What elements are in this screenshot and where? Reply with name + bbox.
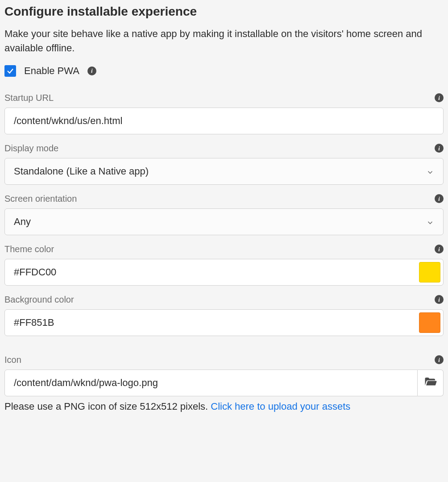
- enable-pwa-label: Enable PWA: [24, 65, 79, 77]
- info-icon[interactable]: i: [435, 245, 444, 253]
- display-mode-value: Standalone (Like a Native app): [14, 166, 149, 177]
- display-mode-select[interactable]: Standalone (Like a Native app): [4, 158, 444, 185]
- page-title: Configure installable experience: [4, 4, 444, 19]
- browse-folder-button[interactable]: [418, 370, 444, 396]
- chevron-down-icon: [426, 167, 434, 175]
- theme-color-swatch[interactable]: [419, 262, 440, 283]
- page-description: Make your site behave like a native app …: [4, 27, 444, 55]
- info-icon[interactable]: i: [435, 93, 444, 102]
- startup-url-label: Startup URL: [4, 93, 54, 103]
- startup-url-value: /content/wknd/us/en.html: [14, 115, 122, 127]
- background-color-input[interactable]: #FF851B: [4, 309, 444, 336]
- info-icon[interactable]: i: [435, 194, 444, 203]
- folder-open-icon: [424, 375, 437, 391]
- screen-orientation-value: Any: [14, 216, 31, 228]
- icon-hint: Please use a PNG icon of size 512x512 pi…: [4, 401, 444, 412]
- icon-label: Icon: [4, 355, 21, 365]
- display-mode-label: Display mode: [4, 143, 58, 154]
- info-icon[interactable]: i: [435, 295, 444, 304]
- background-color-value: #FF851B: [14, 317, 54, 328]
- icon-path-value: /content/dam/wknd/pwa-logo.png: [14, 377, 158, 389]
- chevron-down-icon: [426, 218, 434, 226]
- theme-color-label: Theme color: [4, 244, 54, 254]
- info-icon[interactable]: i: [87, 66, 96, 75]
- background-color-swatch[interactable]: [419, 312, 440, 333]
- screen-orientation-select[interactable]: Any: [4, 208, 444, 235]
- icon-hint-text: Please use a PNG icon of size 512x512 pi…: [4, 401, 211, 412]
- icon-path-input[interactable]: /content/dam/wknd/pwa-logo.png: [4, 370, 418, 396]
- enable-pwa-checkbox[interactable]: [4, 65, 16, 77]
- screen-orientation-label: Screen orientation: [4, 194, 77, 204]
- theme-color-value: #FFDC00: [14, 266, 56, 278]
- upload-assets-link[interactable]: Click here to upload your assets: [211, 401, 350, 412]
- theme-color-input[interactable]: #FFDC00: [4, 259, 444, 286]
- startup-url-input[interactable]: /content/wknd/us/en.html: [4, 108, 444, 134]
- info-icon[interactable]: i: [435, 144, 444, 153]
- background-color-label: Background color: [4, 295, 74, 305]
- info-icon[interactable]: i: [435, 355, 444, 364]
